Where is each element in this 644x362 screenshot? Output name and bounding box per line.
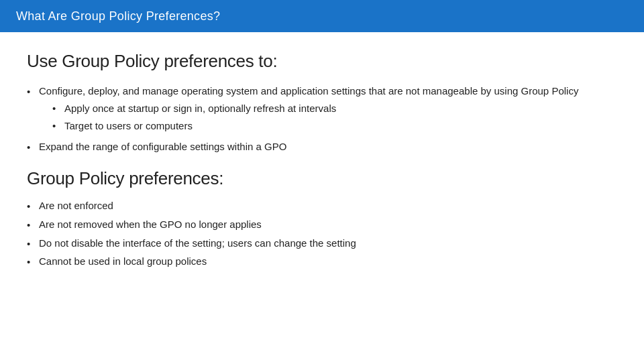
section1-list: • Configure, deploy, and manage operatin… bbox=[27, 84, 617, 155]
gp-item-1-text: Are not enforced bbox=[39, 198, 113, 213]
gp-dot-3: • bbox=[27, 237, 39, 251]
sub-dot-1: • bbox=[52, 101, 64, 116]
gp-list: • Are not enforced • Are not removed whe… bbox=[27, 198, 617, 269]
gp-list-item-3: • Do not disable the interface of the se… bbox=[27, 236, 617, 251]
sub-list: • Apply once at startup or sign in, opti… bbox=[52, 101, 578, 133]
gp-item-4-text: Cannot be used in local group polices bbox=[39, 254, 207, 269]
list-item-2: • Expand the range of configurable setti… bbox=[27, 139, 617, 155]
gp-dot-4: • bbox=[27, 255, 39, 269]
header-bar: What Are Group Policy Preferences? bbox=[0, 0, 644, 32]
gp-list-item-2: • Are not removed when the GPO no longer… bbox=[27, 217, 617, 233]
gp-list-item-4: • Cannot be used in local group polices bbox=[27, 254, 617, 269]
header-title: What Are Group Policy Preferences? bbox=[16, 9, 220, 23]
list-item-1-text: Configure, deploy, and manage operating … bbox=[39, 85, 578, 97]
gp-dot-2: • bbox=[27, 218, 39, 233]
gp-item-2-text: Are not removed when the GPO no longer a… bbox=[39, 217, 262, 232]
bullet-dot-2: • bbox=[27, 140, 39, 155]
gp-item-3-text: Do not disable the interface of the sett… bbox=[39, 236, 356, 251]
sub-item-2-text: Target to users or computers bbox=[64, 119, 193, 133]
list-item-2-text: Expand the range of configurable setting… bbox=[39, 139, 286, 154]
sub-list-item-2: • Target to users or computers bbox=[52, 119, 578, 133]
gp-list-item-1: • Are not enforced bbox=[27, 198, 617, 214]
gp-dot-1: • bbox=[27, 199, 39, 214]
sub-dot-2: • bbox=[52, 119, 64, 133]
sub-list-item-1: • Apply once at startup or sign in, opti… bbox=[52, 101, 578, 116]
list-item-1: • Configure, deploy, and manage operatin… bbox=[27, 84, 617, 135]
section1-heading: Use Group Policy preferences to: bbox=[27, 51, 617, 72]
sub-item-1-text: Apply once at startup or sign in, option… bbox=[64, 101, 336, 116]
section2-heading: Group Policy preferences: bbox=[27, 168, 617, 189]
bullet-dot-1: • bbox=[27, 84, 39, 99]
list-item-1-content: Configure, deploy, and manage operating … bbox=[39, 84, 578, 135]
main-content: Use Group Policy preferences to: • Confi… bbox=[0, 32, 644, 286]
